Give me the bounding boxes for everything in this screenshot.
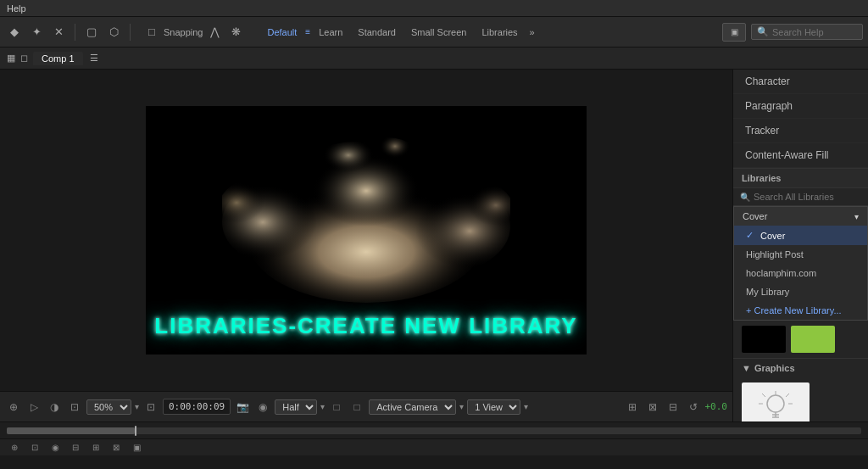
timeline-bar[interactable] <box>7 427 861 434</box>
timeline-thumb <box>135 426 136 436</box>
menu-help[interactable]: Help <box>7 3 26 14</box>
right-panel: Character Paragraph Tracker Content-Awar… <box>732 70 868 422</box>
rulers-btn[interactable]: ⊟ <box>665 399 682 416</box>
footer-btn-7[interactable]: ▣ <box>129 441 144 455</box>
graphics-content <box>733 377 868 422</box>
footer-btn-4[interactable]: ⊟ <box>68 441 83 455</box>
render-btn[interactable]: □ <box>328 399 345 416</box>
footer-btn-3[interactable]: ◉ <box>47 441 63 455</box>
library-item-cover-label: Cover <box>760 231 785 241</box>
footer-btn-1[interactable]: ⊕ <box>7 441 22 455</box>
guide-btn[interactable]: ⊠ <box>644 399 661 416</box>
anchor-btn[interactable]: ⊕ <box>5 399 22 416</box>
library-dropdown-label: Cover <box>743 211 767 221</box>
tool-select[interactable]: ◆ <box>5 23 24 42</box>
snapping-label: Snapping <box>164 27 203 37</box>
camera-select[interactable]: Active Camera <box>369 399 456 415</box>
create-new-label: + Create New Library... <box>746 305 842 315</box>
separator-1 <box>75 24 75 41</box>
separator-2 <box>130 24 131 41</box>
canvas-area: LIBRARIES-CREATE NEW LIBRARY <box>0 70 732 391</box>
snapping-option-2[interactable]: ❋ <box>227 23 246 42</box>
tab-default-icon: ≡ <box>305 27 310 36</box>
comp-text-overlay: LIBRARIES-CREATE NEW LIBRARY <box>146 313 587 339</box>
library-dropdown-list: Cover Highlight Post hoclamphim.com My L… <box>734 226 867 320</box>
library-item-mylibrary[interactable]: My Library <box>734 282 867 301</box>
library-dropdown: Cover ▾ Cover Highlight Post hoclamphim.… <box>733 206 868 321</box>
footer-btn-5[interactable]: ⊞ <box>88 441 103 455</box>
grid-btn[interactable]: ⊞ <box>624 399 641 416</box>
libraries-header: Libraries <box>733 169 868 188</box>
swatch-black[interactable] <box>742 326 786 353</box>
search-help-box: 🔍 <box>751 24 863 40</box>
panel-item-tracker[interactable]: Tracker <box>733 119 868 143</box>
library-dropdown-header[interactable]: Cover ▾ <box>734 207 867 226</box>
footer-controls: ⊕ ⊡ ◉ ⊟ ⊞ ⊠ ▣ <box>0 438 868 455</box>
zoom-select[interactable]: 50% <box>86 399 131 415</box>
tool-rect[interactable]: ▢ <box>82 23 101 42</box>
workspace-more[interactable]: » <box>526 25 538 39</box>
comp-view: LIBRARIES-CREATE NEW LIBRARY ⊕ ▷ ◑ ⊡ 50%… <box>0 70 732 422</box>
search-help-input[interactable] <box>772 27 857 37</box>
tool-shape[interactable]: ⬡ <box>104 23 123 42</box>
snapping-area: □ Snapping ⋀ ❋ <box>142 23 246 42</box>
snapshot-btn[interactable]: 📷 <box>234 399 251 416</box>
view-dropdown-icon: ▾ <box>524 402 528 411</box>
view-select[interactable]: 1 View <box>467 399 520 415</box>
tab-standard[interactable]: Standard <box>351 25 403 39</box>
tool-move[interactable]: ✕ <box>49 23 68 42</box>
snapping-toggle[interactable]: □ <box>142 23 161 42</box>
library-item-highlight-label: Highlight Post <box>746 249 804 260</box>
alpha-btn[interactable]: □ <box>348 399 365 416</box>
graphics-header[interactable]: ▼ Graphics <box>733 359 868 377</box>
panel-item-character[interactable]: Character <box>733 70 868 94</box>
quality-dropdown-icon: ▾ <box>320 402 325 411</box>
footer-btn-6[interactable]: ⊠ <box>108 441 124 455</box>
motion-blur-btn[interactable]: ◑ <box>46 399 63 416</box>
comp-tab-main[interactable]: Comp 1 <box>33 52 83 65</box>
tab-small-screen[interactable]: Small Screen <box>404 25 473 39</box>
toolbar: ◆ ✦ ✕ ▢ ⬡ □ Snapping ⋀ ❋ Default ≡ Learn… <box>0 17 868 47</box>
library-item-mylibrary-label: My Library <box>746 287 789 297</box>
library-item-highlight[interactable]: Highlight Post <box>734 245 867 264</box>
comp-bottom-bar: ⊕ ▷ ◑ ⊡ 50% ▾ ⊡ 0:00:00:09 📷 ◉ Half ▾ □ … <box>0 391 732 422</box>
reset-btn[interactable]: ↺ <box>685 399 702 416</box>
graphics-chevron-icon: ▼ <box>742 363 751 373</box>
library-item-hoclamphim-label: hoclamphim.com <box>746 268 816 278</box>
tab-libraries[interactable]: Libraries <box>475 25 524 39</box>
graphics-label: Graphics <box>754 363 795 373</box>
libraries-search: 🔍 <box>733 188 868 206</box>
tab-learn[interactable]: Learn <box>312 25 349 39</box>
comp-menu-icon[interactable]: ☰ <box>90 53 98 64</box>
library-item-cover[interactable]: Cover <box>734 226 867 245</box>
graphics-thumbnail[interactable] <box>742 382 810 422</box>
comp-canvas: LIBRARIES-CREATE NEW LIBRARY <box>146 106 587 355</box>
snapping-option-1[interactable]: ⋀ <box>206 23 225 42</box>
camera-btn[interactable]: ⊡ <box>66 399 83 416</box>
search-libraries-input[interactable] <box>754 192 861 202</box>
quality-select[interactable]: Half <box>275 399 317 415</box>
search-libraries-icon: 🔍 <box>740 193 750 202</box>
main-area: LIBRARIES-CREATE NEW LIBRARY ⊕ ▷ ◑ ⊡ 50%… <box>0 70 868 422</box>
save-icon: ◻ <box>20 53 28 64</box>
timeline-area <box>0 422 868 438</box>
libraries-section: Libraries 🔍 Cover ▾ Cover Highlight Post <box>733 168 868 358</box>
swatch-green[interactable] <box>791 326 835 353</box>
create-new-library[interactable]: + Create New Library... <box>734 301 867 320</box>
timeline-progress <box>7 427 135 434</box>
panel-toggle-btn[interactable]: ▣ <box>722 23 746 42</box>
panel-item-paragraph[interactable]: Paragraph <box>733 94 868 119</box>
tool-pen[interactable]: ✦ <box>27 23 46 42</box>
time-display: 0:00:00:09 <box>163 399 231 415</box>
preview-btn[interactable]: ▷ <box>25 399 42 416</box>
library-item-hoclamphim[interactable]: hoclamphim.com <box>734 264 867 282</box>
footer-btn-2[interactable]: ⊡ <box>27 441 42 455</box>
panel-item-content-aware[interactable]: Content-Aware Fill <box>733 143 868 168</box>
tab-default[interactable]: Default <box>261 25 304 39</box>
workspace-tabs: Default ≡ Learn Standard Small Screen Li… <box>261 25 538 39</box>
svg-point-8 <box>349 137 426 197</box>
exposure-display: +0.0 <box>705 401 728 412</box>
comp-header: ▦ ◻ Comp 1 ☰ <box>0 47 868 70</box>
fit-btn[interactable]: ⊡ <box>142 399 159 416</box>
color-btn[interactable]: ◉ <box>254 399 271 416</box>
